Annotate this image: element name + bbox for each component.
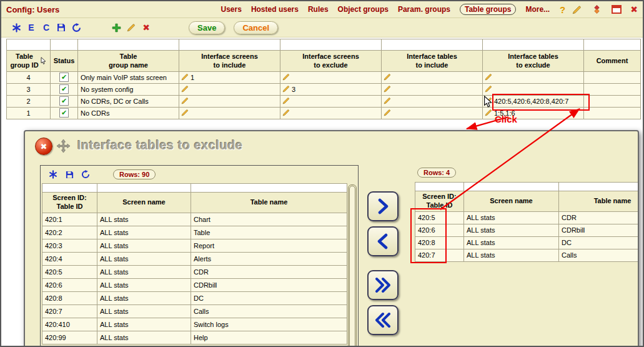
nav-more[interactable]: More... [525,5,550,14]
col-header-comment[interactable]: Comment [584,51,641,72]
move-left-button[interactable] [367,226,399,256]
cell-tables-exclude[interactable] [483,83,584,95]
move-all-left-button[interactable] [367,305,399,335]
edit-pencil-icon[interactable] [282,85,290,94]
save-button[interactable]: Save [189,21,225,34]
cancel-button[interactable]: Cancel [234,21,278,34]
edit-pencil-icon[interactable] [384,85,391,94]
nav-param-groups[interactable]: Param. groups [398,5,450,14]
filter-cell[interactable] [584,39,641,51]
cell-tables-exclude[interactable]: 420:5,420:6,420:8,420:7 [483,95,584,107]
col-header-table-group-id[interactable]: Table group ID [7,51,51,72]
edit-row-pencil-icon[interactable] [125,21,137,34]
list-item[interactable]: 420:5ALL statsCDR [415,211,640,224]
edit-pencil-icon[interactable] [485,85,492,94]
status-checkbox[interactable]: ✔ [59,84,69,94]
list-item[interactable]: 420:6ALL statsCDRbill [42,278,347,291]
edit-pencil-icon[interactable] [485,97,492,106]
list-item[interactable]: 420:7ALL statsCalls [415,249,640,261]
nav-rules[interactable]: Rules [308,5,329,14]
expand-icon[interactable]: E [25,21,37,34]
move-icon[interactable] [56,139,71,156]
col-header-table-name[interactable]: Table name [191,193,347,213]
move-all-right-button[interactable] [367,270,399,300]
nav-hosted-users[interactable]: Hosted users [251,5,299,14]
nav-table-groups[interactable]: Table groups [460,4,516,15]
window-icon[interactable] [610,3,623,16]
collapse-icon[interactable]: C [40,21,52,34]
edit-pencil-icon[interactable] [384,97,391,106]
filter-cell[interactable] [280,39,382,51]
filter-cell[interactable] [559,183,640,191]
filter-cell[interactable] [179,39,280,51]
col-header-screen-name[interactable]: Screen name [464,191,559,212]
move-right-button[interactable] [367,191,399,221]
skins-icon[interactable] [590,3,603,16]
filter-cell[interactable] [483,39,584,51]
edit-pencil-icon[interactable] [384,73,391,82]
vertical-scrollbar[interactable] [348,184,357,347]
edit-pencil-icon[interactable] [181,85,189,94]
cell-screens-include[interactable] [179,107,280,119]
close-icon[interactable]: ✖ [630,4,638,14]
edit-pencil-icon[interactable] [384,109,391,118]
cell-tables-exclude[interactable]: 1:5,1:6 [483,107,584,119]
edit-pencil-icon[interactable] [282,97,290,106]
edit-pencil-icon[interactable] [485,73,492,82]
edit-pencil-icon[interactable] [181,97,189,106]
list-item[interactable]: 420:8ALL statsDC [415,236,640,249]
save-disk-icon[interactable] [63,168,76,181]
col-header-screen-name[interactable]: Screen name [97,193,191,213]
list-item[interactable]: 420:3ALL statsReport [42,239,347,252]
scrollbar-thumb[interactable] [349,186,355,347]
refresh-icon[interactable] [79,168,92,181]
col-header-tables-exclude[interactable]: Interface tables to exclude [483,51,584,72]
list-item[interactable]: 420:5ALL statsCDR [42,265,347,278]
list-item[interactable]: 420:99ALL statsHelp [42,331,347,344]
cell-tables-include[interactable] [382,83,483,95]
cell-tables-include[interactable] [382,95,483,107]
help-icon[interactable]: ? [560,4,565,15]
col-header-screens-exclude[interactable]: Interface screens to exclude [280,51,382,72]
cell-tables-include[interactable] [382,71,483,83]
status-checkbox[interactable]: ✔ [59,73,69,82]
cell-screens-exclude[interactable]: 3 [280,83,382,95]
col-header-table-name[interactable]: Table name [559,191,640,212]
col-header-status[interactable]: Status [51,51,78,72]
filter-cell[interactable] [382,39,483,51]
col-header-group-name[interactable]: Table group name [78,51,179,72]
filter-cell[interactable] [191,184,347,193]
cell-screens-exclude[interactable] [280,95,382,107]
clear-filter-icon[interactable] [10,21,22,34]
edit-pencil-icon[interactable] [181,109,189,118]
status-checkbox[interactable]: ✔ [59,96,69,106]
list-item[interactable]: 420:410ALL statsSwitch logs [42,318,347,331]
cell-screens-include[interactable] [179,95,280,107]
nav-users[interactable]: Users [221,5,242,14]
list-item[interactable]: 420:2ALL statsTable [42,226,347,239]
filter-cell[interactable] [7,39,51,51]
edit-pencil-icon[interactable] [570,3,583,16]
refresh-icon[interactable] [70,21,82,34]
save-disk-icon[interactable] [55,21,67,34]
list-item[interactable]: 420:8ALL statsDC [42,291,347,304]
list-item[interactable]: 420:4ALL statsAlerts [42,252,347,265]
cell-tables-include[interactable] [382,107,483,119]
col-header-screen-table-id[interactable]: Screen ID: Table ID [415,191,464,212]
filter-cell[interactable] [415,183,464,191]
status-checkbox[interactable]: ✔ [59,108,69,118]
col-header-tables-include[interactable]: Interface tables to include [382,51,483,72]
edit-pencil-icon[interactable] [282,73,290,82]
col-header-screens-include[interactable]: Interface screens to include [179,51,280,72]
dialog-close-button[interactable]: ✖ [35,138,52,155]
cell-screens-include[interactable]: 1 [179,71,280,83]
filter-cell[interactable] [97,184,191,193]
list-item[interactable]: 420:6ALL statsCDRbill [415,224,640,236]
add-row-icon[interactable] [110,21,122,34]
filter-cell[interactable] [78,39,179,51]
col-header-screen-table-id[interactable]: Screen ID: Table ID [42,193,97,213]
list-item[interactable]: 420:7ALL statsCalls [42,304,347,318]
edit-pencil-icon[interactable] [282,109,290,118]
edit-pencil-icon[interactable] [485,109,492,118]
cell-screens-include[interactable] [179,83,280,95]
